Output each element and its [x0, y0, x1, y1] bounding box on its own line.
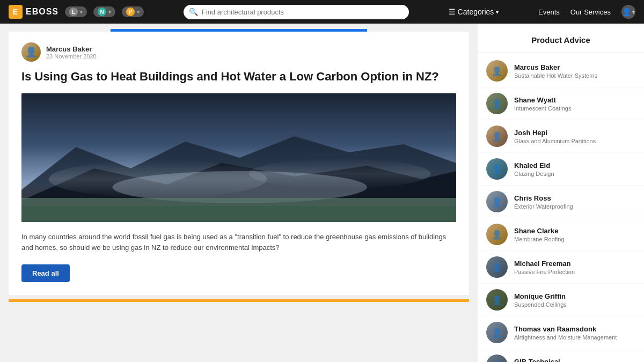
categories-label: Categories — [458, 8, 494, 16]
author-date: 23 November 2020 — [46, 53, 97, 60]
header-nav: Events Our Services 👤 ▾ — [538, 5, 635, 19]
advisor-item[interactable]: 👤 Shane Clarke Membrane Roofing — [478, 218, 644, 251]
advisor-info: Shane Clarke Membrane Roofing — [514, 227, 565, 242]
main-content: 👤 Marcus Baker 23 November 2020 Is Using… — [0, 24, 478, 362]
advisor-name: Shane Clarke — [514, 227, 565, 235]
search-wrap: 🔍 — [184, 5, 409, 19]
advisor-specialty: Sustainable Hot Water Systems — [514, 72, 597, 79]
sidebar: Product Advice 👤 Marcus Baker Sustainabl… — [478, 24, 644, 362]
advisor-info: GIB Technical Plasterboard Systems — [514, 358, 572, 363]
article-title: Is Using Gas to Heat Buildings and Hot W… — [21, 69, 456, 85]
advisor-item[interactable]: 👤 Thomas van Raamsdonk Airtightness and … — [478, 316, 644, 349]
author-info: Marcus Baker 23 November 2020 — [46, 45, 97, 60]
advisor-specialty: Intumescent Coatings — [514, 105, 571, 112]
advisor-avatar: 👤 — [486, 289, 508, 311]
read-all-button[interactable]: Read all — [21, 264, 70, 282]
badge-n[interactable]: N ▾ — [93, 6, 115, 17]
advisor-info: Marcus Baker Sustainable Hot Water Syste… — [514, 63, 597, 79]
author-row: 👤 Marcus Baker 23 November 2020 — [21, 42, 456, 62]
services-link[interactable]: Our Services — [570, 8, 611, 16]
advisor-info: Chris Ross Exterior Waterproofing — [514, 194, 573, 210]
chevron-down-icon: ▾ — [496, 9, 499, 15]
advisor-specialty: Suspended Ceilings — [514, 301, 567, 308]
article-image — [21, 93, 456, 222]
advisor-avatar: 👤 — [486, 191, 508, 212]
advisor-info: Michael Freeman Passive Fire Protection — [514, 260, 575, 275]
advisor-item[interactable]: 👤 Marcus Baker Sustainable Hot Water Sys… — [478, 55, 644, 87]
chevron-down-icon: ▾ — [632, 9, 635, 15]
advisor-specialty: Exterior Waterproofing — [514, 203, 573, 210]
advisor-name: Marcus Baker — [514, 63, 597, 71]
advisor-name: Shane Wyatt — [514, 96, 571, 104]
logo-icon: E — [9, 5, 23, 19]
badge-l[interactable]: L ▾ — [65, 6, 87, 17]
advisor-info: Monique Griffin Suspended Ceilings — [514, 292, 567, 308]
advisor-specialty: Glazing Design — [514, 171, 554, 177]
menu-icon: ☰ — [449, 8, 456, 16]
advisor-name: Khaled Eid — [514, 161, 554, 169]
advisor-info: Khaled Eid Glazing Design — [514, 161, 554, 177]
user-menu[interactable]: 👤 ▾ — [621, 5, 635, 19]
advisor-item[interactable]: 👤 Josh Hepi Glass and Aluminium Partitio… — [478, 120, 644, 153]
advisor-name: Josh Hepi — [514, 129, 596, 137]
advisor-item[interactable]: 👤 GIB Technical Plasterboard Systems — [478, 349, 644, 362]
person-icon: 👤 — [21, 42, 41, 62]
search-input[interactable] — [184, 5, 409, 19]
advisor-info: Shane Wyatt Intumescent Coatings — [514, 96, 571, 112]
author-name: Marcus Baker — [46, 45, 97, 53]
advisor-item[interactable]: 👤 Khaled Eid Glazing Design — [478, 153, 644, 186]
chevron-icon: ▾ — [108, 9, 111, 15]
advisor-item[interactable]: 👤 Chris Ross Exterior Waterproofing — [478, 186, 644, 218]
advisor-name: Monique Griffin — [514, 292, 567, 300]
badge-p[interactable]: P ▾ — [122, 6, 144, 17]
advisor-specialty: Glass and Aluminium Partitions — [514, 138, 596, 144]
dot-p: P — [126, 8, 135, 16]
advisor-avatar: 👤 — [486, 60, 508, 82]
logo[interactable]: E EBOSS — [9, 5, 58, 19]
advisor-specialty: Passive Fire Protection — [514, 269, 575, 275]
accent-bar-yellow — [9, 299, 469, 302]
article-body: In many countries around the world fossi… — [21, 232, 456, 254]
article-card: 👤 Marcus Baker 23 November 2020 Is Using… — [9, 32, 469, 295]
advisor-item[interactable]: 👤 Monique Griffin Suspended Ceilings — [478, 284, 644, 316]
advisor-info: Josh Hepi Glass and Aluminium Partitions — [514, 129, 596, 144]
categories-button[interactable]: ☰ Categories ▾ — [449, 8, 499, 16]
advisor-name: Thomas van Raamsdonk — [514, 325, 617, 333]
advisor-avatar: 👤 — [486, 354, 508, 362]
header: E EBOSS L ▾ N ▾ P ▾ 🔍 ☰ Categories ▾ Eve… — [0, 0, 644, 24]
logo-text: EBOSS — [26, 7, 58, 17]
sidebar-title: Product Advice — [478, 32, 644, 53]
chevron-icon: ▾ — [137, 9, 140, 15]
page-layout: 👤 Marcus Baker 23 November 2020 Is Using… — [0, 24, 644, 362]
advisor-name: Michael Freeman — [514, 260, 575, 268]
chevron-icon: ▾ — [80, 9, 83, 15]
advisor-specialty: Membrane Roofing — [514, 236, 565, 242]
advisors-list: 👤 Marcus Baker Sustainable Hot Water Sys… — [478, 55, 644, 362]
advisor-avatar: 👤 — [486, 256, 508, 278]
advisor-avatar: 👤 — [486, 158, 508, 180]
advisor-avatar: 👤 — [486, 125, 508, 147]
user-icon: 👤 — [622, 8, 631, 16]
advisor-item[interactable]: 👤 Michael Freeman Passive Fire Protectio… — [478, 251, 644, 284]
advisor-avatar: 👤 — [486, 93, 508, 114]
advisor-name: Chris Ross — [514, 194, 573, 202]
advisor-avatar: 👤 — [486, 322, 508, 343]
advisor-avatar: 👤 — [486, 224, 508, 245]
dot-n: N — [98, 8, 106, 16]
dot-l: L — [69, 8, 78, 16]
events-link[interactable]: Events — [538, 8, 560, 16]
advisor-specialty: Airtightness and Moisture Management — [514, 334, 617, 341]
advisor-name: GIB Technical — [514, 358, 572, 363]
landscape-svg — [21, 93, 456, 222]
advisor-info: Thomas van Raamsdonk Airtightness and Mo… — [514, 325, 617, 341]
svg-rect-7 — [21, 206, 456, 222]
author-avatar: 👤 — [21, 42, 41, 62]
advisor-item[interactable]: 👤 Shane Wyatt Intumescent Coatings — [478, 87, 644, 120]
search-icon: 🔍 — [189, 8, 198, 16]
